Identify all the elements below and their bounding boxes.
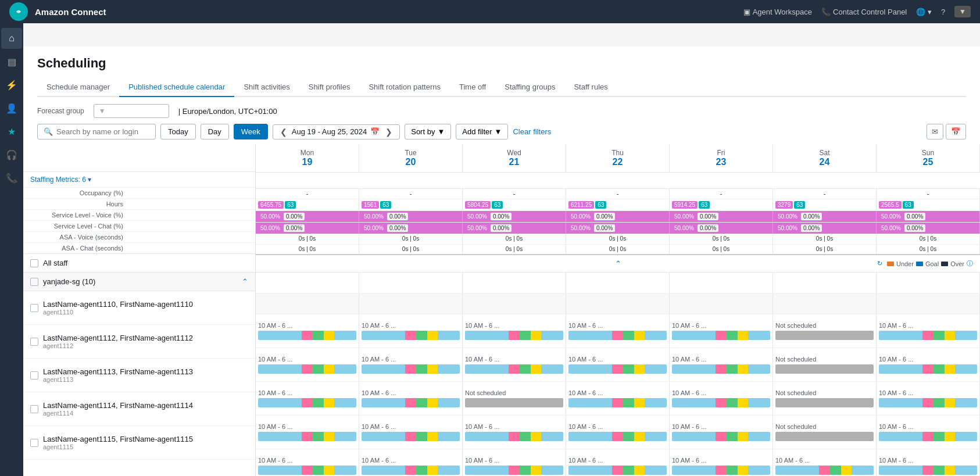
agent1115-fri[interactable]: 10 AM - 6 ... <box>670 449 773 476</box>
agent1113-tue[interactable]: 10 AM - 6 ... <box>359 382 463 415</box>
collapse-metrics-button[interactable]: ⌃ <box>615 259 621 268</box>
all-staff-schedule-row <box>256 273 980 294</box>
page-header: Scheduling Schedule manager Published sc… <box>23 46 980 97</box>
group-checkbox[interactable] <box>30 278 38 286</box>
metrics-occupancy-label: Occupancy (%) <box>23 187 255 198</box>
agent1113-mon[interactable]: 10 AM - 6 ... <box>256 382 359 415</box>
agent1112-sun[interactable]: 10 AM - 6 ... <box>877 348 980 381</box>
agent1113-sun[interactable]: 10 AM - 6 ... <box>877 382 980 415</box>
agent-row: LastName-agent1112, FirstName-agent1112 … <box>23 325 255 359</box>
agent1115-thu[interactable]: 10 AM - 6 ... <box>566 449 670 476</box>
sidebar-item-queues[interactable]: 🎧 <box>1 144 22 165</box>
agent1113-checkbox[interactable] <box>30 371 38 380</box>
agent1114-info: LastName-agent1114, FirstName-agent1114 … <box>43 401 193 417</box>
svc-voice-mon: 50.00% 0.00% <box>256 211 359 222</box>
agent1112-checkbox[interactable] <box>30 338 38 346</box>
info-icon[interactable]: ⓘ <box>967 259 973 268</box>
search-icon: 🔍 <box>44 127 53 136</box>
agent1114-fri[interactable]: 10 AM - 6 ... <box>670 416 773 449</box>
group-collapse-button[interactable]: ⌃ <box>242 277 248 286</box>
occ-tue: - <box>359 189 463 199</box>
agent1114-thu[interactable]: 10 AM - 6 ... <box>566 416 670 449</box>
agent1112-thu[interactable]: 10 AM - 6 ... <box>566 348 670 381</box>
agent1112-sat[interactable]: Not scheduled <box>773 348 877 381</box>
help-button[interactable]: ? <box>941 8 945 16</box>
sidebar-item-analytics[interactable]: ▤ <box>1 51 22 72</box>
goal-label: Goal <box>925 260 939 267</box>
sidebar-item-routing[interactable]: ⚡ <box>1 74 22 95</box>
agent1112-schedule-row: 10 AM - 6 ... 10 AM - 6 ... <box>256 348 980 382</box>
agent-workspace-link[interactable]: ▣ Agent Workspace <box>743 8 812 16</box>
tab-staff-rules[interactable]: Staff rules <box>564 78 617 97</box>
search-input[interactable] <box>56 127 149 136</box>
agent1110-checkbox[interactable] <box>30 304 38 312</box>
sort-button[interactable]: Sort by ▼ <box>405 124 451 139</box>
week-button[interactable]: Week <box>234 124 268 139</box>
agent1112-tue[interactable]: 10 AM - 6 ... <box>359 348 463 381</box>
hours-fri: 5914.25 63 <box>670 199 773 210</box>
agent1115-mon[interactable]: 10 AM - 6 ... <box>256 449 359 476</box>
tab-shift-activities[interactable]: Shift activities <box>234 78 299 97</box>
clear-filters-button[interactable]: Clear filters <box>513 127 551 136</box>
all-staff-label: All staff <box>43 259 67 267</box>
agent1112-mon[interactable]: 10 AM - 6 ... <box>256 348 359 381</box>
day-button[interactable]: Day <box>201 124 229 139</box>
agent1115-wed[interactable]: 10 AM - 6 ... <box>463 449 566 476</box>
agent1115-checkbox[interactable] <box>30 439 38 447</box>
tab-shift-rotation-patterns[interactable]: Shift rotation patterns <box>359 78 450 97</box>
main-content: Scheduling Schedule manager Published sc… <box>23 46 980 476</box>
occ-fri: - <box>670 189 773 199</box>
agent1115-info: LastName-agent1115, FirstName-agent1115 … <box>43 435 193 450</box>
tab-time-off[interactable]: Time off <box>450 78 495 97</box>
agent1112-wed[interactable]: 10 AM - 6 ... <box>463 348 566 381</box>
prev-week-button[interactable]: ❮ <box>278 127 289 137</box>
sidebar-item-users[interactable]: 👤 <box>1 98 22 119</box>
sort-dropdown-icon: ▼ <box>437 127 445 136</box>
over-label: Over <box>950 260 964 267</box>
agent1115-sat[interactable]: 10 AM - 6 ... <box>773 449 877 476</box>
tab-staffing-groups[interactable]: Staffing groups <box>495 78 564 97</box>
all-staff-checkbox[interactable] <box>30 259 38 267</box>
today-button[interactable]: Today <box>160 124 196 139</box>
sidebar-item-home[interactable]: ⌂ <box>1 28 22 49</box>
agent1115-sun[interactable]: 10 AM - 6 ... <box>877 449 980 476</box>
envelope-view-button[interactable]: ✉ <box>927 124 943 139</box>
user-menu[interactable]: ▼ <box>954 6 971 17</box>
goal-color-swatch <box>916 262 923 266</box>
agent1114-wed[interactable]: 10 AM - 6 ... <box>463 416 566 449</box>
agent1110-tue[interactable]: 10 AM - 6 ... <box>359 314 463 348</box>
metrics-toggle[interactable]: Staffing Metrics: 6 ▾ <box>23 172 255 187</box>
forecast-select[interactable]: ▼ <box>94 104 169 118</box>
agent1113-fri[interactable]: 10 AM - 6 ... <box>670 382 773 415</box>
tab-shift-profiles[interactable]: Shift profiles <box>299 78 360 97</box>
agent1110-sat[interactable]: Not scheduled <box>773 314 877 348</box>
contact-control-panel-link[interactable]: 📞 Contact Control Panel <box>821 8 907 16</box>
sidebar-item-phone[interactable]: 📞 <box>1 167 22 188</box>
timezone-label: | Europe/London, UTC+01:00 <box>178 107 277 116</box>
agent1114-mon[interactable]: 10 AM - 6 ... <box>256 416 359 449</box>
filter-row: 🔍 Today Day Week ❮ Aug 19 - Aug 25, 2024… <box>37 124 966 139</box>
agent1110-mon[interactable]: 10 AM - 6 ... <box>256 314 359 348</box>
agent1114-checkbox[interactable] <box>30 405 38 413</box>
agent-row: LastName-agent1114, FirstName-agent1114 … <box>23 392 255 426</box>
agent1110-wed[interactable]: 10 AM - 6 ... <box>463 314 566 348</box>
agent1110-sun[interactable]: 10 AM - 6 ... <box>877 314 980 348</box>
day-header-thu: Thu 22 <box>566 144 670 172</box>
search-box[interactable]: 🔍 <box>37 124 156 139</box>
agent1113-thu[interactable]: 10 AM - 6 ... <box>566 382 670 415</box>
tab-published-schedule-calendar[interactable]: Published schedule calendar <box>119 78 234 97</box>
calendar-view-button[interactable]: 📅 <box>946 124 966 139</box>
globe-button[interactable]: 🌐 ▾ <box>916 8 932 16</box>
agent1114-tue[interactable]: 10 AM - 6 ... <box>359 416 463 449</box>
sidebar-item-scheduling[interactable]: ★ <box>1 121 22 142</box>
agent1115-tue[interactable]: 10 AM - 6 ... <box>359 449 463 476</box>
agent1110-fri[interactable]: 10 AM - 6 ... <box>670 314 773 348</box>
agent1110-thu[interactable]: 10 AM - 6 ... <box>566 314 670 348</box>
add-filter-button[interactable]: Add filter ▼ <box>456 124 508 139</box>
tab-schedule-manager[interactable]: Schedule manager <box>37 78 119 97</box>
agent1112-fri[interactable]: 10 AM - 6 ... <box>670 348 773 381</box>
agent1114-sun[interactable]: 10 AM - 6 ... <box>877 416 980 449</box>
refresh-icon[interactable]: ↻ <box>877 260 882 267</box>
calendar-icon[interactable]: 📅 <box>370 127 380 136</box>
next-week-button[interactable]: ❯ <box>383 127 395 137</box>
